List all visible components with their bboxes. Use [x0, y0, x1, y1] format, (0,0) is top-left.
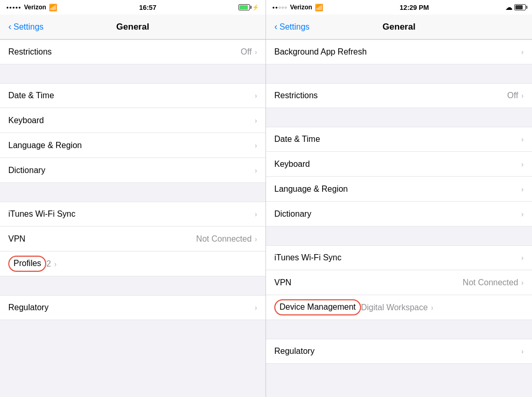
settings-row[interactable]: VPNNot Connected› — [266, 270, 532, 295]
settings-group-1: Date & Time›Keyboard›Language & Region›D… — [0, 83, 265, 183]
settings-group-2: iTunes Wi-Fi Sync›VPNNot Connected›Profi… — [0, 202, 265, 276]
settings-group-3: iTunes Wi-Fi Sync›VPNNot Connected›Devic… — [266, 245, 532, 320]
settings-group-3: Regulatory› — [0, 295, 265, 320]
chevron-right-icon: › — [521, 135, 524, 143]
chevron-right-icon: › — [521, 160, 524, 168]
battery-icon — [514, 4, 526, 10]
phone-panel-left: ●●●●●Verizon📶16:57⚡‹SettingsGeneralRestr… — [0, 0, 266, 397]
row-label: Keyboard — [8, 116, 255, 125]
row-label: Date & Time — [8, 91, 255, 100]
row-label: iTunes Wi-Fi Sync — [8, 209, 255, 219]
chevron-right-icon: › — [521, 91, 524, 100]
circled-label: Profiles — [8, 256, 46, 271]
row-label: Language & Region — [8, 141, 255, 150]
row-value: 2 — [46, 259, 51, 269]
row-value: Off — [507, 91, 518, 100]
row-label: Dictionary — [8, 166, 255, 175]
group-separator — [266, 108, 532, 127]
settings-row[interactable]: Regulatory› — [266, 339, 532, 364]
status-bar-left: ●●○○○Verizon📶 — [272, 4, 323, 11]
phone-panel-right: ●●○○○Verizon📶12:29 PM☁‹SettingsGeneralBa… — [266, 0, 532, 397]
settings-group-0: Background App Refresh› — [266, 39, 532, 64]
status-bar-left: ●●●●●Verizon📶 — [6, 4, 57, 11]
settings-row[interactable]: Language & Region› — [266, 177, 532, 202]
settings-row[interactable]: Dictionary› — [266, 202, 532, 227]
chevron-right-icon: › — [255, 235, 257, 243]
chevron-right-icon: › — [521, 185, 524, 193]
row-label: VPN — [274, 278, 463, 287]
row-value: Not Connected — [463, 278, 518, 287]
chevron-right-icon: › — [255, 91, 257, 100]
battery-icon — [238, 4, 250, 10]
chevron-right-icon: › — [255, 210, 257, 218]
settings-row[interactable]: Date & Time› — [0, 83, 265, 108]
settings-row[interactable]: RestrictionsOff› — [266, 83, 532, 108]
signal-icon: ●●●●● — [6, 5, 21, 10]
settings-row[interactable]: iTunes Wi-Fi Sync› — [266, 245, 532, 270]
nav-bar: ‹SettingsGeneral — [0, 15, 265, 39]
chevron-right-icon: › — [431, 303, 433, 312]
row-label: Restrictions — [8, 47, 241, 57]
settings-row[interactable]: Device ManagementDigital Workspace› — [266, 295, 532, 320]
row-value: Digital Workspace — [361, 303, 428, 312]
carrier-label: Verizon — [24, 4, 46, 11]
row-value: Not Connected — [196, 234, 252, 244]
group-separator — [0, 64, 265, 83]
row-label: Restrictions — [274, 91, 507, 100]
settings-group-4: Regulatory› — [266, 339, 532, 364]
settings-row[interactable]: Profiles2› — [0, 252, 265, 276]
chevron-right-icon: › — [521, 48, 524, 56]
row-label: Regulatory — [8, 303, 255, 312]
chevron-right-icon: › — [255, 141, 257, 150]
settings-row[interactable]: Keyboard› — [0, 108, 265, 133]
back-label: Settings — [14, 22, 44, 32]
settings-row[interactable]: Date & Time› — [266, 127, 532, 152]
chevron-right-icon: › — [54, 260, 57, 268]
settings-row[interactable]: Language & Region› — [0, 133, 265, 158]
row-label: Background App Refresh — [274, 47, 521, 57]
wifi-icon: 📶 — [49, 4, 57, 11]
circled-label: Device Management — [274, 299, 361, 315]
chevron-right-icon: › — [255, 116, 257, 125]
settings-row[interactable]: Dictionary› — [0, 158, 265, 183]
settings-row[interactable]: VPNNot Connected› — [0, 227, 265, 252]
row-label: Regulatory — [274, 347, 521, 356]
status-bar-right: ☁ — [506, 4, 526, 11]
group-separator — [0, 276, 265, 295]
settings-group-0: RestrictionsOff› — [0, 39, 265, 64]
settings-row[interactable]: iTunes Wi-Fi Sync› — [0, 202, 265, 227]
chevron-right-icon: › — [521, 210, 524, 218]
row-label: Keyboard — [274, 160, 521, 169]
back-button[interactable]: ‹Settings — [274, 21, 310, 32]
settings-content: Background App Refresh›RestrictionsOff›D… — [266, 39, 532, 397]
settings-row[interactable]: Regulatory› — [0, 295, 265, 320]
icloud-icon: ☁ — [506, 4, 512, 11]
status-bar-time: 16:57 — [139, 4, 156, 11]
signal-icon: ●●○○○ — [272, 5, 287, 10]
settings-row[interactable]: Background App Refresh› — [266, 39, 532, 64]
settings-group-1: RestrictionsOff› — [266, 83, 532, 108]
wifi-icon: 📶 — [315, 4, 323, 11]
back-chevron-icon: ‹ — [274, 21, 277, 32]
group-separator — [0, 183, 265, 202]
settings-row[interactable]: RestrictionsOff› — [0, 39, 265, 64]
status-bar: ●●○○○Verizon📶12:29 PM☁ — [266, 0, 532, 15]
back-button[interactable]: ‹Settings — [8, 21, 44, 32]
row-label: Dictionary — [274, 209, 521, 219]
battery-fill — [515, 5, 523, 9]
row-label: Date & Time — [274, 135, 521, 144]
group-separator — [266, 320, 532, 339]
group-separator — [266, 227, 532, 245]
chevron-right-icon: › — [255, 48, 257, 56]
charging-icon: ⚡ — [252, 4, 259, 11]
settings-content: RestrictionsOff›Date & Time›Keyboard›Lan… — [0, 39, 265, 397]
chevron-right-icon: › — [255, 166, 257, 175]
group-separator — [266, 64, 532, 83]
status-bar: ●●●●●Verizon📶16:57⚡ — [0, 0, 265, 15]
settings-row[interactable]: Keyboard› — [266, 152, 532, 177]
chevron-right-icon: › — [521, 279, 524, 287]
nav-title: General — [116, 22, 149, 32]
chevron-right-icon: › — [521, 347, 524, 355]
row-value: Off — [241, 47, 251, 57]
row-label: Language & Region — [274, 184, 521, 194]
